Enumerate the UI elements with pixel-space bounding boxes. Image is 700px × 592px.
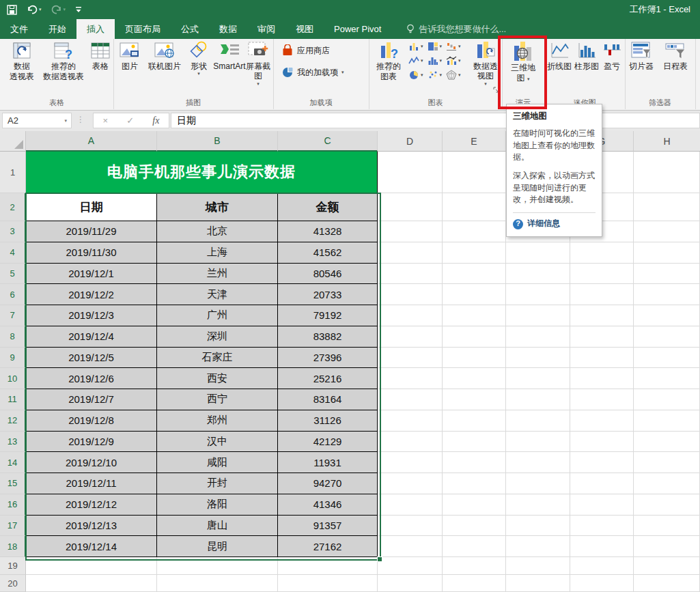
- cell[interactable]: [378, 536, 443, 557]
- cell-date[interactable]: 2019/12/4: [26, 326, 157, 348]
- my-addins-button[interactable]: 我的加载项 ▾: [281, 66, 344, 79]
- insert-line-chart-button[interactable]: ▾: [408, 55, 423, 66]
- timeline-button[interactable]: 日程表: [659, 40, 692, 71]
- cell[interactable]: [378, 432, 443, 453]
- cell-city[interactable]: 兰州: [157, 264, 278, 285]
- column-header-h[interactable]: H: [634, 131, 700, 152]
- cell[interactable]: [278, 557, 378, 575]
- cell-city[interactable]: 天津: [157, 284, 278, 305]
- cell[interactable]: [378, 452, 443, 473]
- row-header-3[interactable]: 3: [0, 221, 26, 242]
- cell[interactable]: [506, 326, 570, 348]
- redo-button[interactable]: ▾: [51, 5, 66, 14]
- cell-amount[interactable]: 25216: [278, 368, 378, 389]
- cell[interactable]: [570, 516, 634, 537]
- cell-amount[interactable]: 41346: [278, 494, 378, 516]
- insert-hierarchy-chart-button[interactable]: ▾: [428, 41, 443, 52]
- column-header-c[interactable]: C: [278, 131, 378, 152]
- cell-city[interactable]: 咸阳: [157, 452, 278, 473]
- cell-amount[interactable]: 91357: [278, 516, 378, 537]
- cell-amount[interactable]: 27162: [278, 536, 378, 557]
- cell[interactable]: [634, 536, 700, 557]
- cell[interactable]: [570, 432, 634, 453]
- cell[interactable]: [443, 152, 506, 193]
- cell[interactable]: [378, 221, 443, 242]
- cell[interactable]: [634, 575, 700, 592]
- tab-page-layout[interactable]: 页面布局: [115, 19, 171, 39]
- cell[interactable]: [634, 473, 700, 494]
- cell[interactable]: [506, 242, 570, 264]
- screenshot-button[interactable]: 屏幕截图 ▾: [244, 40, 272, 86]
- cell-amount[interactable]: 11931: [278, 452, 378, 473]
- cell[interactable]: [157, 557, 278, 575]
- cell-date[interactable]: 2019/12/3: [26, 305, 157, 326]
- cell[interactable]: [570, 410, 634, 432]
- cell-date[interactable]: 2019/12/1: [26, 264, 157, 285]
- cell[interactable]: [634, 305, 700, 326]
- cell[interactable]: [506, 536, 570, 557]
- tab-formulas[interactable]: 公式: [171, 19, 209, 39]
- cell[interactable]: [570, 305, 634, 326]
- cell-city[interactable]: 上海: [157, 242, 278, 264]
- row-header-16[interactable]: 16: [0, 494, 26, 516]
- cell[interactable]: [634, 221, 700, 242]
- cell[interactable]: [634, 152, 700, 193]
- cell[interactable]: [443, 326, 506, 348]
- cancel-entry-button[interactable]: ×: [103, 115, 109, 126]
- cell[interactable]: [443, 494, 506, 516]
- insert-scatter-chart-button[interactable]: ▾: [428, 70, 443, 81]
- cell[interactable]: [378, 410, 443, 432]
- cell[interactable]: [634, 410, 700, 432]
- cell-amount[interactable]: 83882: [278, 326, 378, 348]
- cell[interactable]: [506, 494, 570, 516]
- cell-amount[interactable]: 42129: [278, 432, 378, 453]
- row-header-14[interactable]: 14: [0, 452, 26, 473]
- cell[interactable]: [506, 452, 570, 473]
- cell-city[interactable]: 汉中: [157, 432, 278, 453]
- redo-caret[interactable]: ▾: [64, 7, 66, 12]
- cell-amount[interactable]: 27396: [278, 348, 378, 369]
- cell[interactable]: [634, 348, 700, 369]
- cell-amount[interactable]: 83164: [278, 389, 378, 410]
- cell-city[interactable]: 唐山: [157, 516, 278, 537]
- insert-function-button[interactable]: fx: [152, 115, 159, 126]
- cell-amount[interactable]: 41328: [278, 221, 378, 242]
- row-header-10[interactable]: 10: [0, 368, 26, 389]
- row-header-18[interactable]: 18: [0, 536, 26, 557]
- cell[interactable]: [378, 305, 443, 326]
- undo-caret[interactable]: ▾: [39, 7, 42, 12]
- map-3d-button[interactable]: 三维地 图 ▾: [505, 40, 542, 83]
- confirm-entry-button[interactable]: ✓: [126, 115, 134, 126]
- tab-power-pivot[interactable]: Power Pivot: [324, 19, 391, 39]
- cell-city[interactable]: 西安: [157, 368, 278, 389]
- cell-city[interactable]: 北京: [157, 221, 278, 242]
- cell[interactable]: [634, 432, 700, 453]
- pivotchart-caret[interactable]: ▾: [484, 82, 487, 86]
- cell-date[interactable]: 2019/11/30: [26, 242, 157, 264]
- cell[interactable]: [443, 557, 506, 575]
- cell[interactable]: [378, 494, 443, 516]
- cell[interactable]: [443, 264, 506, 285]
- insert-radar-chart-button[interactable]: ▾: [446, 70, 461, 81]
- sparkline-line-button[interactable]: 折线图: [546, 40, 573, 71]
- row-header-20[interactable]: 20: [0, 575, 26, 592]
- row-header-19[interactable]: 19: [0, 557, 26, 575]
- cell-date[interactable]: 2019/11/29: [26, 221, 157, 242]
- name-box[interactable]: A2 ▾: [2, 113, 72, 128]
- cell[interactable]: [506, 473, 570, 494]
- row-header-17[interactable]: 17: [0, 516, 26, 537]
- tab-insert[interactable]: 插入: [76, 19, 115, 39]
- cell-date[interactable]: 2019/12/2: [26, 284, 157, 305]
- cell[interactable]: [443, 575, 506, 592]
- cell[interactable]: [506, 348, 570, 369]
- cell[interactable]: [378, 242, 443, 264]
- cell[interactable]: [443, 432, 506, 453]
- cell[interactable]: [634, 389, 700, 410]
- row-header-15[interactable]: 15: [0, 473, 26, 494]
- cell-city[interactable]: 昆明: [157, 536, 278, 557]
- cell-date[interactable]: 2019/12/5: [26, 348, 157, 369]
- insert-waterfall-chart-button[interactable]: ▾: [446, 41, 461, 52]
- tab-file[interactable]: 文件: [0, 19, 38, 39]
- store-button[interactable]: 应用商店: [281, 44, 330, 57]
- cell[interactable]: [443, 473, 506, 494]
